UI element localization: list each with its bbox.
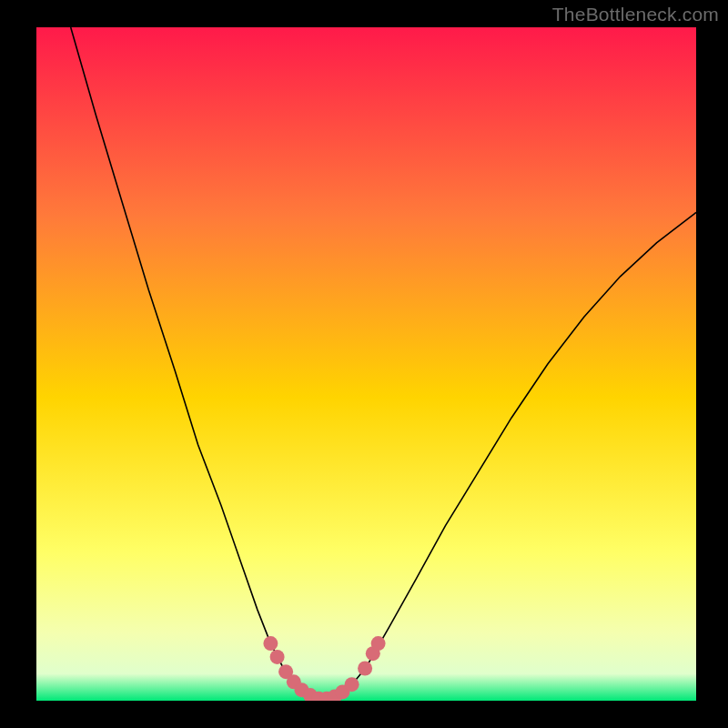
highlight-dot: [270, 650, 285, 664]
highlight-dot: [345, 677, 359, 692]
chart-container: [36, 27, 696, 701]
highlight-dot: [358, 662, 372, 676]
bottleneck-chart: [36, 27, 696, 701]
highlight-dot: [371, 636, 386, 651]
watermark-text: TheBottleneck.com: [552, 4, 719, 25]
highlight-dot: [263, 636, 278, 651]
gradient-background: [36, 27, 696, 701]
